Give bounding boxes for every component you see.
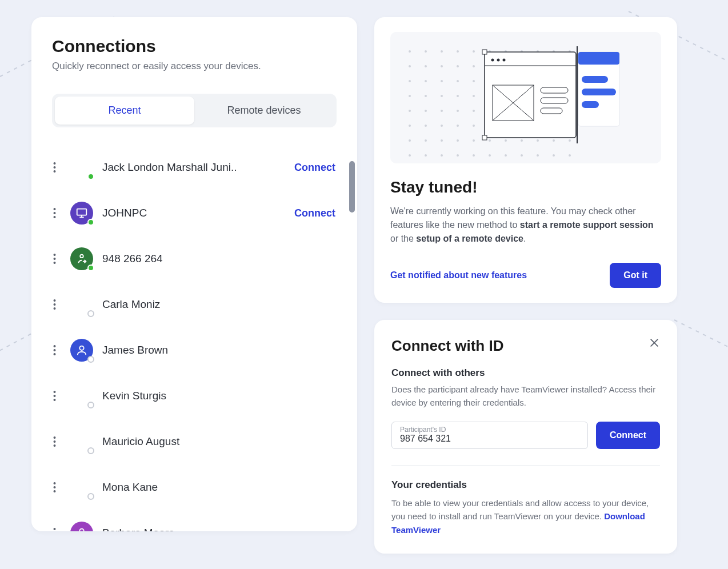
svg-rect-121 bbox=[485, 52, 576, 138]
svg-point-91 bbox=[457, 125, 459, 127]
svg-point-37 bbox=[473, 50, 475, 53]
tab-recent[interactable]: Recent bbox=[55, 97, 194, 125]
svg-point-44 bbox=[409, 65, 411, 67]
stay-tuned-body: We're currently working on this feature.… bbox=[390, 205, 661, 246]
tab-remote-devices[interactable]: Remote devices bbox=[194, 97, 334, 125]
connection-name: Jack London Marshall Juni.. bbox=[102, 161, 294, 174]
svg-point-110 bbox=[409, 154, 411, 157]
svg-point-26 bbox=[53, 482, 55, 484]
more-options-icon[interactable] bbox=[46, 251, 62, 267]
credentials-desc: To be able to view your credentials and … bbox=[391, 496, 660, 536]
svg-point-126 bbox=[503, 59, 506, 62]
svg-rect-136 bbox=[582, 76, 608, 83]
svg-point-12 bbox=[80, 255, 83, 258]
svg-point-78 bbox=[425, 110, 427, 112]
svg-point-57 bbox=[441, 80, 443, 82]
svg-point-13 bbox=[53, 299, 55, 302]
more-options-icon[interactable] bbox=[46, 434, 62, 450]
svg-point-112 bbox=[441, 154, 443, 157]
participant-id-input[interactable] bbox=[400, 434, 579, 444]
connection-name: Barbara Moore bbox=[102, 527, 335, 531]
close-icon[interactable] bbox=[649, 337, 660, 348]
svg-point-46 bbox=[441, 65, 443, 67]
svg-point-19 bbox=[79, 346, 83, 350]
more-options-icon[interactable] bbox=[46, 479, 62, 495]
status-dot bbox=[87, 265, 94, 271]
connection-name: James Brown bbox=[102, 344, 335, 356]
credentials-title: Your credentials bbox=[391, 479, 660, 491]
stay-body-suffix: . bbox=[523, 234, 526, 243]
connections-tabs: Recent Remote devices bbox=[52, 94, 337, 127]
more-options-icon[interactable] bbox=[46, 296, 62, 312]
svg-point-33 bbox=[409, 50, 411, 53]
svg-rect-6 bbox=[77, 209, 87, 215]
connect-button[interactable]: Connect bbox=[596, 422, 660, 449]
svg-point-90 bbox=[441, 125, 443, 127]
svg-point-101 bbox=[441, 139, 443, 142]
svg-point-47 bbox=[457, 65, 459, 67]
stay-body-strong1: start a remote support session bbox=[520, 220, 654, 230]
connect-link[interactable]: Connect bbox=[294, 162, 335, 174]
list-item[interactable]: Barbara Moore bbox=[42, 510, 347, 531]
status-dot bbox=[87, 310, 94, 317]
scrollbar-thumb[interactable] bbox=[349, 161, 355, 213]
svg-point-100 bbox=[425, 139, 427, 142]
more-options-icon[interactable] bbox=[46, 388, 62, 404]
svg-point-1 bbox=[53, 166, 55, 169]
svg-point-18 bbox=[53, 353, 55, 355]
svg-point-119 bbox=[553, 154, 555, 157]
svg-point-66 bbox=[409, 95, 411, 97]
stay-tuned-title: Stay tuned! bbox=[390, 178, 661, 197]
svg-point-81 bbox=[473, 110, 475, 112]
more-options-icon[interactable] bbox=[46, 205, 62, 221]
participant-id-field[interactable]: Participant's ID bbox=[391, 422, 588, 449]
svg-point-117 bbox=[521, 154, 523, 157]
svg-point-4 bbox=[53, 212, 55, 214]
svg-point-59 bbox=[473, 80, 475, 82]
connection-name: Mauricio August bbox=[102, 435, 335, 448]
divider bbox=[391, 465, 660, 466]
notify-link[interactable]: Get notified about new features bbox=[390, 270, 527, 281]
got-it-button[interactable]: Got it bbox=[610, 263, 661, 288]
list-item[interactable]: 948 266 264 bbox=[42, 236, 347, 282]
svg-point-88 bbox=[409, 125, 411, 127]
svg-point-89 bbox=[425, 125, 427, 127]
more-options-icon[interactable] bbox=[46, 342, 62, 358]
avatar bbox=[70, 293, 93, 316]
svg-point-118 bbox=[537, 154, 539, 157]
more-options-icon[interactable] bbox=[46, 159, 62, 175]
svg-point-102 bbox=[457, 139, 459, 142]
connection-name: Carla Moniz bbox=[102, 298, 335, 311]
list-item[interactable]: Mona Kane bbox=[42, 464, 347, 510]
avatar bbox=[70, 247, 93, 270]
svg-point-56 bbox=[425, 80, 427, 82]
list-item[interactable]: Kevin Sturgis bbox=[42, 373, 347, 419]
connect-with-id-card: Connect with ID Connect with others Does… bbox=[374, 320, 677, 554]
avatar bbox=[70, 430, 93, 453]
connections-subtitle: Quickly reconnect or easily access your … bbox=[52, 61, 337, 72]
svg-point-103 bbox=[473, 139, 475, 142]
stay-tuned-card: Stay tuned! We're currently working on t… bbox=[374, 17, 677, 303]
svg-point-5 bbox=[53, 216, 55, 218]
svg-point-111 bbox=[425, 154, 427, 157]
svg-point-67 bbox=[425, 95, 427, 97]
list-item[interactable]: James Brown bbox=[42, 327, 347, 373]
connect-link[interactable]: Connect bbox=[294, 207, 335, 219]
svg-point-70 bbox=[473, 95, 475, 97]
list-item[interactable]: Mauricio August bbox=[42, 419, 347, 464]
more-options-icon[interactable] bbox=[46, 525, 62, 531]
svg-point-68 bbox=[441, 95, 443, 97]
svg-point-16 bbox=[53, 345, 55, 347]
svg-point-34 bbox=[425, 50, 427, 53]
list-item[interactable]: Jack London Marshall Juni..Connect bbox=[42, 145, 347, 190]
list-item[interactable]: Carla Moniz bbox=[42, 282, 347, 327]
avatar bbox=[70, 522, 93, 531]
stay-tuned-illustration bbox=[390, 32, 661, 163]
list-item[interactable]: JOHNPCConnect bbox=[42, 190, 347, 236]
svg-point-32 bbox=[79, 529, 83, 531]
svg-point-115 bbox=[489, 154, 491, 157]
svg-point-124 bbox=[491, 59, 494, 62]
svg-point-77 bbox=[409, 110, 411, 112]
connections-list[interactable]: Jack London Marshall Juni..ConnectJOHNPC… bbox=[31, 145, 357, 531]
svg-point-35 bbox=[441, 50, 443, 53]
